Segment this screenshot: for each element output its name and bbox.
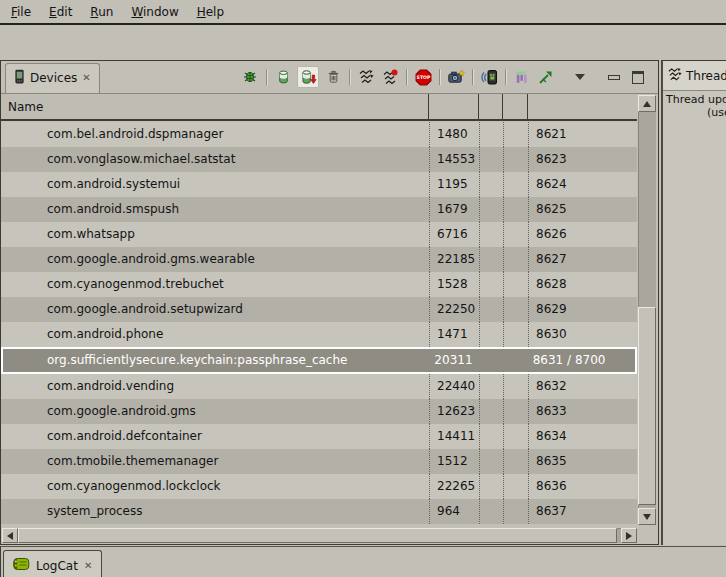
process-name-cell: com.tmobile.thememanager [1,449,429,474]
column-header-port[interactable] [528,94,637,119]
tab-devices[interactable]: Devices ✕ [5,63,100,93]
camera-icon [448,69,465,85]
table-row[interactable]: com.android.phone 1471 8630 [1,322,637,347]
start-systrace-button[interactable] [512,67,532,87]
table-row[interactable]: com.whatsapp 6716 8626 [1,222,637,247]
port-cell: 8625 [528,197,637,222]
menu-file[interactable]: File [2,3,40,21]
horizontal-scrollbar[interactable] [2,528,637,543]
phone-icon [14,69,25,87]
ddms-window: { "menu": { "items": [ {"mnemonic": "F",… [0,0,726,577]
view-menu-button[interactable] [570,67,590,87]
menu-window[interactable]: Window [122,3,187,21]
debug-process-button[interactable] [240,67,260,87]
table-row[interactable]: com.google.android.gms.wearable 22185 86… [1,247,637,272]
logcat-strip: LogCat ✕ [0,546,726,577]
pid-cell: 22250 [429,297,479,322]
vertical-scrollbar-thumb[interactable] [638,307,656,505]
table-row[interactable]: com.vonglasow.michael.satstat 14553 8623 [1,147,637,172]
table-row[interactable]: com.cyanogenmod.trebuchet 1528 8628 [1,272,637,297]
table-row[interactable]: com.cyanogenmod.lockclock 22265 8636 [1,474,637,499]
table-row[interactable]: com.tmobile.thememanager 1512 8635 [1,449,637,474]
column-header-blank1[interactable] [479,94,503,119]
tab-devices-close-icon[interactable]: ✕ [82,73,90,83]
threads-message-line1: Thread updates not enabled for selected … [663,93,726,106]
start-opengl-trace-button[interactable] [536,67,556,87]
dump-hprof-button[interactable] [297,66,319,88]
pid-cell: 22265 [429,474,479,499]
port-cell: 8634 [528,424,637,449]
port-cell: 8626 [528,222,637,247]
blank-cell [503,197,528,222]
port-cell: 8621 [528,122,637,147]
blank-cell [479,449,503,474]
systrace-bars-icon [514,69,530,85]
vertical-scrollbar[interactable] [638,95,656,525]
blank-cell [503,172,528,197]
blank-cell [479,272,503,297]
pid-cell: 14553 [429,147,479,172]
blank-cell [479,424,503,449]
update-threads-button[interactable] [356,67,376,87]
start-method-profiling-button[interactable] [380,67,400,87]
blank-cell [479,322,503,347]
pid-cell: 14411 [429,424,479,449]
table-row[interactable]: com.android.vending 22440 8632 [1,374,637,399]
process-name-cell: com.whatsapp [1,222,429,247]
table-row[interactable]: org.sufficientlysecure.keychain:passphra… [1,347,637,374]
blank-cell [503,449,528,474]
scroll-up-button[interactable] [638,95,656,112]
table-row[interactable]: com.bel.android.dspmanager 1480 8621 [1,122,637,147]
stop-icon: STOP [415,69,432,86]
cause-gc-button[interactable] [323,67,343,87]
pid-cell: 1195 [429,172,479,197]
blank-cell [503,297,528,322]
pid-cell: 6716 [429,222,479,247]
arrow-down-icon [643,514,651,520]
menu-help[interactable]: Help [188,3,233,21]
process-name-cell: system_process [1,499,429,524]
table-row[interactable]: com.android.systemui 1195 8624 [1,172,637,197]
process-name-cell: com.android.smspush [1,197,429,222]
capture-device-view-button[interactable] [479,67,499,87]
threads-panel: Threads Thread updates not enabled for s… [661,60,726,545]
menu-edit[interactable]: Edit [40,3,81,21]
minimize-button[interactable] [604,67,624,87]
arrow-left-icon [7,532,13,540]
horizontal-scrollbar-thumb[interactable] [18,528,617,543]
process-name-cell: com.google.android.gms.wearable [1,247,429,272]
tab-logcat-close-icon[interactable]: ✕ [84,561,92,571]
threads-tab-bar: Threads [663,61,726,91]
table-row[interactable]: com.android.defcontainer 14411 8634 [1,424,637,449]
table-row[interactable]: com.google.android.gms 12623 8633 [1,399,637,424]
port-cell: 8628 [528,272,637,297]
trash-icon [326,69,341,85]
process-name-cell: com.android.defcontainer [1,424,429,449]
screen-capture-button[interactable] [446,67,466,87]
menu-run[interactable]: Run [81,3,122,21]
maximize-button[interactable] [628,67,648,87]
tab-threads-label[interactable]: Threads [686,69,726,83]
column-header-blank2[interactable] [503,94,528,119]
table-header: Name [1,94,637,121]
table-row[interactable]: system_process 964 8637 [1,499,637,524]
tab-logcat[interactable]: LogCat ✕ [3,550,102,577]
scroll-right-button[interactable] [621,528,637,543]
pid-cell: 1480 [429,122,479,147]
stop-process-button[interactable]: STOP [413,67,433,87]
scroll-down-button[interactable] [638,508,656,525]
chevron-down-icon [575,74,585,80]
logcat-icon [13,557,30,574]
port-cell: 8623 [528,147,637,172]
column-header-name[interactable]: Name [1,94,429,119]
blank-cell [503,499,528,524]
scroll-left-button[interactable] [2,528,18,543]
table-row[interactable]: com.google.android.setupwizard 22250 862… [1,297,637,322]
update-heap-button[interactable] [273,67,293,87]
column-header-pid[interactable] [429,94,479,119]
table-row[interactable]: com.android.smspush 1679 8625 [1,197,637,222]
toolbar-separator [349,69,350,85]
toolbar-separator [266,69,267,85]
process-name-cell: com.google.android.gms [1,399,429,424]
arrow-right-icon [626,532,632,540]
